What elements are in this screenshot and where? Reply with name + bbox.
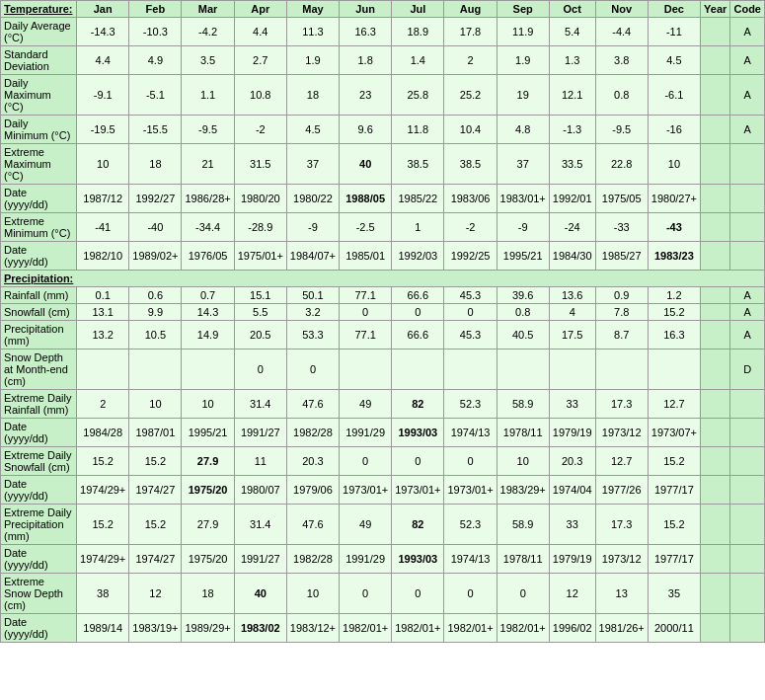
cell: 11.3 [286, 18, 339, 46]
cell: 47.6 [286, 390, 339, 419]
cell: 18 [182, 574, 234, 614]
cell: 0 [444, 447, 497, 476]
row-label: Extreme Maximum (°C) [1, 144, 77, 185]
month-aug: Aug [444, 1, 497, 18]
cell [700, 419, 729, 447]
cell: 45.3 [444, 287, 497, 304]
cell [340, 350, 392, 390]
cell [730, 185, 765, 213]
cell: 7.8 [595, 304, 648, 321]
row-label: Date (yyyy/dd) [1, 476, 77, 505]
cell: 77.1 [340, 287, 392, 304]
cell [700, 476, 729, 505]
cell: 45.3 [444, 321, 497, 350]
cell: 82 [392, 505, 444, 545]
label-header: Temperature: [1, 1, 77, 18]
cell: A [730, 116, 765, 144]
cell: 5.4 [549, 18, 595, 46]
cell: 1980/22 [286, 185, 339, 213]
table-row: Date (yyyy/dd)1987/121992/271986/28+1980… [1, 185, 765, 213]
cell: 1993/03 [392, 419, 444, 447]
cell: A [730, 18, 765, 46]
cell: 10 [129, 390, 182, 419]
cell: 12.7 [648, 390, 700, 419]
cell: 17.5 [549, 321, 595, 350]
cell [700, 545, 729, 574]
cell: 1.4 [392, 46, 444, 75]
cell: 0 [392, 574, 444, 614]
row-label: Snowfall (cm) [1, 304, 77, 321]
cell: 0 [286, 350, 339, 390]
cell: 1 [392, 213, 444, 242]
cell: 0 [392, 304, 444, 321]
cell: 33 [549, 505, 595, 545]
table-row: Extreme Maximum (°C)10182131.5374038.538… [1, 144, 765, 185]
cell: 1982/01+ [497, 614, 549, 643]
cell: 37 [497, 144, 549, 185]
table-row: Extreme Daily Snowfall (cm)15.215.227.91… [1, 447, 765, 476]
cell: 3.5 [182, 46, 234, 75]
cell: 0 [234, 350, 286, 390]
cell [77, 350, 129, 390]
cell: 1973/12 [595, 545, 648, 574]
cell: 1.2 [648, 287, 700, 304]
cell: 1973/01+ [392, 476, 444, 505]
cell: 1974/13 [444, 545, 497, 574]
table-row: Date (yyyy/dd)1989/141983/19+1989/29+198… [1, 614, 765, 643]
row-label: Rainfall (mm) [1, 287, 77, 304]
month-apr: Apr [234, 1, 286, 18]
cell: -19.5 [77, 116, 129, 144]
cell: 1977/26 [595, 476, 648, 505]
table-row: Snow Depth at Month-end (cm)00D [1, 350, 765, 390]
cell [730, 144, 765, 185]
row-label: Extreme Minimum (°C) [1, 213, 77, 242]
cell: 1982/01+ [444, 614, 497, 643]
table-row: Daily Maximum (°C)-9.1-5.11.110.8182325.… [1, 75, 765, 116]
table-row: Rainfall (mm)0.10.60.715.150.177.166.645… [1, 287, 765, 304]
cell [730, 447, 765, 476]
cell: 0 [340, 574, 392, 614]
row-label: Extreme Snow Depth (cm) [1, 574, 77, 614]
table-row: Date (yyyy/dd)1974/29+1974/271975/201991… [1, 545, 765, 574]
cell: 15.2 [77, 447, 129, 476]
cell: 4.4 [77, 46, 129, 75]
cell: 25.2 [444, 75, 497, 116]
cell [730, 545, 765, 574]
cell: 20.3 [286, 447, 339, 476]
cell: 15.2 [648, 505, 700, 545]
cell [730, 242, 765, 271]
cell: 15.2 [129, 447, 182, 476]
cell: -9.5 [595, 116, 648, 144]
cell: 1982/01+ [340, 614, 392, 643]
cell: 66.6 [392, 321, 444, 350]
cell: 1983/06 [444, 185, 497, 213]
cell: 31.4 [234, 390, 286, 419]
cell: 58.9 [497, 390, 549, 419]
cell: 1987/12 [77, 185, 129, 213]
cell: 1974/04 [549, 476, 595, 505]
cell: 47.6 [286, 505, 339, 545]
cell: 11.8 [392, 116, 444, 144]
cell: 1974/29+ [77, 476, 129, 505]
cell: A [730, 304, 765, 321]
cell: 1.9 [497, 46, 549, 75]
cell: 13.2 [77, 321, 129, 350]
cell [648, 350, 700, 390]
cell: 1980/20 [234, 185, 286, 213]
cell: 1991/29 [340, 545, 392, 574]
cell: 23 [340, 75, 392, 116]
cell [700, 390, 729, 419]
cell [700, 116, 729, 144]
cell: 1992/03 [392, 242, 444, 271]
cell: 1992/27 [129, 185, 182, 213]
cell: 40 [340, 144, 392, 185]
cell: 50.1 [286, 287, 339, 304]
cell: 1977/17 [648, 476, 700, 505]
header-row: Temperature: Jan Feb Mar Apr May Jun Jul… [1, 1, 765, 18]
cell: D [730, 350, 765, 390]
cell [700, 185, 729, 213]
cell: 1989/02+ [129, 242, 182, 271]
cell: 1.8 [340, 46, 392, 75]
cell: 1992/25 [444, 242, 497, 271]
cell: 0 [497, 574, 549, 614]
